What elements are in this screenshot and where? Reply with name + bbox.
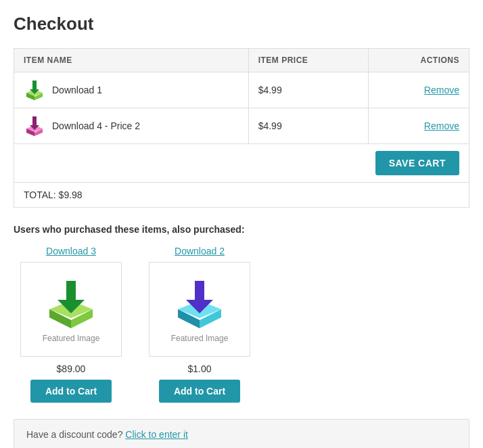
add-to-cart-button[interactable]: Add to Cart [159,380,240,403]
also-purchased-section: Users who purchased these items, also pu… [14,224,469,403]
product-image-box: Featured Image [20,262,122,357]
remove-link[interactable]: Remove [424,85,459,95]
product-title-link[interactable]: Download 3 [46,246,96,256]
checkout-table: ITEM NAME ITEM PRICE ACTIONS Download 1$… [14,48,469,208]
item-name-cell: Download 4 - Price 2 [14,108,249,144]
download-icon [24,115,45,137]
remove-link[interactable]: Remove [424,120,459,131]
product-card: Download 2 Featured Image$1.00Add to Car… [142,246,257,403]
product-price: $89.00 [57,363,86,374]
product-card: Download 3 Featured Image$89.00Add to Ca… [14,246,129,403]
item-actions: Remove [368,72,469,108]
cart-total: TOTAL: $9.98 [14,183,469,208]
product-featured-icon [44,275,98,330]
table-row: Download 1$4.99Remove [14,72,469,108]
item-name: Download 1 [52,85,102,95]
col-header-item-price: ITEM PRICE [248,49,368,72]
page-title: Checkout [14,14,469,35]
featured-image-label: Featured Image [171,334,229,343]
item-name: Download 4 - Price 2 [52,120,140,131]
product-image-box: Featured Image [149,262,250,357]
featured-image-label: Featured Image [43,334,100,343]
add-to-cart-button[interactable]: Add to Cart [30,380,112,403]
item-actions: Remove [368,108,469,144]
discount-link[interactable]: Click to enter it [125,429,188,440]
col-header-actions: ACTIONS [368,49,469,72]
table-row: Download 4 - Price 2$4.99Remove [14,108,469,144]
discount-text: Have a discount code? [26,429,122,440]
product-title-link[interactable]: Download 2 [175,246,225,256]
also-purchased-title: Users who purchased these items, also pu… [14,224,469,235]
product-price: $1.00 [187,363,211,374]
item-price: $4.99 [248,72,368,108]
item-name-cell: Download 1 [14,72,249,108]
item-price: $4.99 [248,108,368,144]
product-featured-icon [172,275,227,330]
save-cart-button[interactable]: SAVE CART [375,151,459,175]
discount-bar: Have a discount code? Click to enter it [14,419,469,448]
col-header-item-name: ITEM NAME [14,49,249,72]
download-icon [24,79,45,101]
